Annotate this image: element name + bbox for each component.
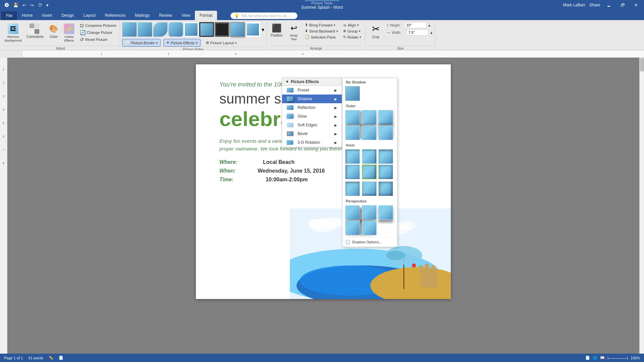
- picture-style-7[interactable]: [215, 22, 229, 37]
- inner-shadow-9[interactable]: [378, 181, 393, 196]
- account-name[interactable]: Mark LaBarr: [563, 3, 585, 7]
- vertical-scrollbar[interactable]: [639, 58, 644, 354]
- shadow-item[interactable]: Shadow ▶: [282, 95, 342, 103]
- tab-design[interactable]: Design: [57, 11, 78, 20]
- send-backward-button[interactable]: ⬇ Send Backward ▾: [303, 28, 340, 34]
- outer-shadow-6[interactable]: [378, 125, 393, 140]
- height-spinner-up[interactable]: ▲: [428, 23, 431, 27]
- crop-button[interactable]: ✂ Crop: [368, 22, 384, 41]
- redo-button[interactable]: ↪: [29, 2, 35, 8]
- picture-style-1[interactable]: [122, 22, 137, 37]
- bevel-item[interactable]: Bevel ▶: [282, 129, 342, 138]
- preset-item[interactable]: Preset ▶: [282, 86, 342, 95]
- tab-references[interactable]: References: [100, 11, 130, 20]
- outer-shadow-4[interactable]: [345, 125, 360, 140]
- rotation-3d-item[interactable]: 3-D Rotation ▶: [282, 138, 342, 147]
- soft-edges-item[interactable]: Soft Edges ▶: [282, 121, 342, 129]
- no-shadow-label: No Shadow: [342, 78, 397, 85]
- picture-style-5[interactable]: [184, 22, 199, 37]
- no-shadow-option[interactable]: [345, 86, 360, 101]
- picture-style-8[interactable]: [230, 22, 245, 37]
- picture-styles-more-button[interactable]: ▾: [262, 26, 264, 33]
- inner-shadow-8[interactable]: [362, 181, 377, 196]
- view-normal-icon[interactable]: 📄: [585, 356, 590, 360]
- picture-style-6[interactable]: [199, 22, 214, 37]
- minimize-button[interactable]: 🗕: [604, 3, 614, 8]
- wrap-text-button[interactable]: ↩ WrapText: [286, 22, 302, 43]
- compress-pictures-button[interactable]: ⊡ Compress Pictures: [78, 22, 118, 29]
- tab-file[interactable]: File: [1, 11, 17, 20]
- height-input[interactable]: [405, 22, 426, 28]
- picture-effects-button[interactable]: ✦ Picture Effects ▾: [163, 39, 201, 47]
- picture-style-3[interactable]: [153, 22, 168, 37]
- tab-format[interactable]: Format: [195, 11, 217, 20]
- shadow-options-row[interactable]: Shadow Options...: [342, 239, 397, 245]
- picture-effects-dropdown: ✦ Picture Effects Preset ▶ Shadow ▶ Refl…: [282, 78, 342, 147]
- perspective-shadow-3[interactable]: [378, 205, 393, 220]
- outer-shadow-2[interactable]: [362, 110, 377, 125]
- quick-access-toolbar[interactable]: 🅦 💾 ↩ ↪ ⏱ ▾: [3, 2, 50, 8]
- svg-point-13: [412, 263, 416, 267]
- shadow-options-checkbox[interactable]: [346, 240, 350, 244]
- glow-item[interactable]: Glow ▶: [282, 112, 342, 121]
- color-button[interactable]: 🎨 Color: [46, 22, 61, 40]
- customize-qat-button[interactable]: ▾: [45, 2, 50, 8]
- picture-style-2[interactable]: [138, 22, 152, 37]
- zoom-slider[interactable]: |—————|: [607, 356, 628, 360]
- selection-pane-button[interactable]: 📋 Selection Pane: [303, 34, 340, 40]
- picture-style-4[interactable]: [168, 22, 183, 37]
- outer-shadow-1[interactable]: [345, 110, 360, 125]
- group-button[interactable]: ⊕ Group ▾: [341, 28, 363, 34]
- autosave-button[interactable]: ⏱: [37, 2, 44, 8]
- inner-shadow-5-selected[interactable]: [362, 165, 377, 179]
- perspective-shadow-2[interactable]: [362, 205, 376, 220]
- adjust-group-label: Adjust: [3, 46, 118, 50]
- perspective-shadow-1[interactable]: [345, 205, 360, 220]
- reset-picture-button[interactable]: ↺ Reset Picture: [78, 36, 118, 43]
- width-spinner-up[interactable]: ▲: [430, 31, 433, 35]
- perspective-shadow-5[interactable]: [362, 221, 377, 235]
- undo-button[interactable]: ↩: [21, 2, 28, 8]
- share-button[interactable]: Share: [589, 3, 600, 7]
- reflection-item[interactable]: Reflection ▶: [282, 103, 342, 112]
- restore-button[interactable]: 🗗: [618, 3, 628, 8]
- size-group: ✂ Crop ↕ Height: ▲ ↔ Width: ▲ Size: [366, 21, 435, 50]
- outer-shadow-3[interactable]: [378, 110, 393, 125]
- tab-insert[interactable]: Insert: [37, 11, 57, 20]
- tab-review[interactable]: Review: [154, 11, 177, 20]
- inner-shadow-7[interactable]: [345, 181, 360, 196]
- inner-shadow-1[interactable]: [345, 149, 360, 164]
- artistic-effects-button[interactable]: ✨ ArtisticEffects: [62, 22, 76, 44]
- remove-background-button[interactable]: 🖼 RemoveBackground: [3, 22, 24, 44]
- bring-forward-icon: ⬆: [305, 23, 308, 27]
- inner-shadow-4[interactable]: [345, 165, 360, 179]
- tab-layout[interactable]: Layout: [79, 11, 100, 20]
- inner-shadow-3[interactable]: [378, 149, 393, 164]
- tell-me-input[interactable]: 💡 Tell me what you want to do...: [230, 12, 298, 19]
- tab-mailings[interactable]: Mailings: [130, 11, 154, 20]
- picture-style-9[interactable]: [246, 22, 260, 37]
- glow-icon: [287, 114, 293, 119]
- perspective-shadow-4[interactable]: [345, 221, 360, 235]
- picture-border-button[interactable]: ⬜ Picture Border ▾: [122, 39, 161, 47]
- save-button[interactable]: 💾: [12, 2, 20, 8]
- view-web-icon[interactable]: 🌐: [593, 356, 597, 360]
- view-reader-icon[interactable]: 📖: [600, 356, 605, 360]
- inner-shadow-extra-grid: [342, 180, 397, 197]
- inner-shadow-2[interactable]: [362, 149, 377, 164]
- bring-forward-button[interactable]: ⬆ Bring Forward ▾: [303, 22, 340, 28]
- close-button[interactable]: ✕: [632, 3, 641, 8]
- width-icon: ↔: [386, 30, 390, 35]
- corrections-button[interactable]: Corrections: [24, 22, 46, 40]
- tab-view[interactable]: View: [177, 11, 195, 20]
- rotate-button[interactable]: ↻ Rotate ▾: [341, 34, 363, 40]
- inner-shadow-6[interactable]: [378, 165, 393, 179]
- change-picture-button[interactable]: 🔄 Change Picture: [78, 29, 118, 36]
- picture-styles-group: ▾ ⬜ Picture Border ▾ ✦ Picture Effects ▾…: [120, 21, 267, 50]
- align-button[interactable]: ⚌ Align ▾: [341, 22, 363, 28]
- outer-shadow-5[interactable]: [362, 125, 377, 140]
- position-button[interactable]: ⬛ Position: [269, 22, 285, 39]
- picture-layout-button[interactable]: ⊞ Picture Layout ▾: [203, 39, 239, 46]
- width-input[interactable]: [407, 29, 428, 36]
- tab-home[interactable]: Home: [17, 11, 37, 20]
